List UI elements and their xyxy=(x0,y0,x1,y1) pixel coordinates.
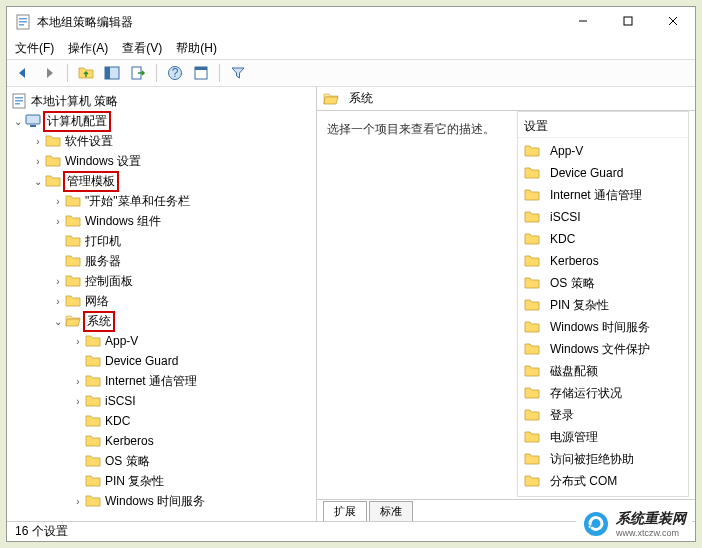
list-item[interactable]: PIN 复杂性 xyxy=(518,294,688,316)
watermark-url: www.xtczw.com xyxy=(616,528,686,538)
tree-label: 管理模板 xyxy=(63,171,119,192)
tree-label: Windows 组件 xyxy=(85,213,161,230)
minimize-button[interactable] xyxy=(560,7,605,35)
folder-icon xyxy=(85,493,101,509)
tree-admin-templates[interactable]: ⌄ 管理模板 xyxy=(7,171,316,191)
export-button[interactable] xyxy=(128,63,148,83)
folder-open-icon xyxy=(65,313,81,329)
expand-icon[interactable]: › xyxy=(71,336,85,347)
help-button[interactable]: ? xyxy=(165,63,185,83)
folder-icon xyxy=(65,253,81,269)
tree-label: App-V xyxy=(105,334,138,348)
list-item[interactable]: 存储运行状况 xyxy=(518,382,688,404)
tree-start-taskbar[interactable]: ›"开始"菜单和任务栏 xyxy=(7,191,316,211)
list-item[interactable]: Windows 时间服务 xyxy=(518,316,688,338)
tree-pin-complexity[interactable]: ›PIN 复杂性 xyxy=(7,471,316,491)
tree-root[interactable]: 本地计算机 策略 xyxy=(7,91,316,111)
menu-view[interactable]: 查看(V) xyxy=(122,40,162,57)
list-item[interactable]: 分布式 COM xyxy=(518,470,688,492)
arrow-right-icon xyxy=(41,65,57,81)
expand-icon[interactable]: ⌄ xyxy=(11,116,25,127)
list-item[interactable]: KDC xyxy=(518,228,688,250)
show-hide-tree-button[interactable] xyxy=(102,63,122,83)
list-item[interactable]: 磁盘配额 xyxy=(518,360,688,382)
expand-icon[interactable]: › xyxy=(51,216,65,227)
status-count: 16 个设置 xyxy=(15,523,68,540)
filter-button[interactable] xyxy=(228,63,248,83)
column-header-settings[interactable]: 设置 xyxy=(518,116,688,138)
tree-device-guard[interactable]: ›Device Guard xyxy=(7,351,316,371)
folder-icon xyxy=(524,319,540,335)
list-item[interactable]: App-V xyxy=(518,140,688,162)
right-header: 系统 xyxy=(317,87,695,111)
tree-label: OS 策略 xyxy=(105,453,150,470)
list-item[interactable]: Internet 通信管理 xyxy=(518,184,688,206)
svg-rect-6 xyxy=(624,17,632,25)
tree-pane[interactable]: 本地计算机 策略 ⌄ 计算机配置 › 软件设置 › Windows 设置 ⌄ 管… xyxy=(7,87,317,521)
tree-windows-settings[interactable]: › Windows 设置 xyxy=(7,151,316,171)
menu-help[interactable]: 帮助(H) xyxy=(176,40,217,57)
toolbar-separator xyxy=(156,64,157,82)
menu-file[interactable]: 文件(F) xyxy=(15,40,54,57)
settings-list[interactable]: 设置 App-V Device Guard Internet 通信管理 iSCS… xyxy=(517,111,689,497)
expand-icon[interactable]: ⌄ xyxy=(51,316,65,327)
folder-icon xyxy=(85,373,101,389)
tree-appv[interactable]: ›App-V xyxy=(7,331,316,351)
tree-kdc[interactable]: ›KDC xyxy=(7,411,316,431)
expand-icon[interactable]: ⌄ xyxy=(31,176,45,187)
expand-icon[interactable]: › xyxy=(71,396,85,407)
folder-icon xyxy=(524,165,540,181)
export-icon xyxy=(130,65,146,81)
expand-icon[interactable]: › xyxy=(71,496,85,507)
tree-windows-components[interactable]: ›Windows 组件 xyxy=(7,211,316,231)
list-item[interactable]: Kerberos xyxy=(518,250,688,272)
list-item[interactable]: 访问被拒绝协助 xyxy=(518,448,688,470)
tree-computer-config[interactable]: ⌄ 计算机配置 xyxy=(7,111,316,131)
tree-kerberos[interactable]: ›Kerberos xyxy=(7,431,316,451)
tree-system[interactable]: ⌄ 系统 xyxy=(7,311,316,331)
svg-rect-8 xyxy=(105,67,110,79)
folder-icon xyxy=(524,187,540,203)
list-item[interactable]: 登录 xyxy=(518,404,688,426)
tree-windows-time[interactable]: ›Windows 时间服务 xyxy=(7,491,316,511)
tab-standard[interactable]: 标准 xyxy=(369,501,413,521)
menu-action[interactable]: 操作(A) xyxy=(68,40,108,57)
up-button[interactable] xyxy=(76,63,96,83)
list-item[interactable]: Device Guard xyxy=(518,162,688,184)
tree-internet-comm[interactable]: ›Internet 通信管理 xyxy=(7,371,316,391)
tree-software-settings[interactable]: › 软件设置 xyxy=(7,131,316,151)
tree-network[interactable]: ›网络 xyxy=(7,291,316,311)
list-item[interactable]: Windows 文件保护 xyxy=(518,338,688,360)
back-button[interactable] xyxy=(13,63,33,83)
tree-control-panel[interactable]: ›控制面板 xyxy=(7,271,316,291)
expand-icon[interactable]: › xyxy=(31,156,45,167)
tree-os-policy[interactable]: ›OS 策略 xyxy=(7,451,316,471)
tree-iscsi[interactable]: ›iSCSI xyxy=(7,391,316,411)
window-buttons xyxy=(560,7,695,37)
tree-label: 本地计算机 策略 xyxy=(31,93,118,110)
tree-servers[interactable]: ›服务器 xyxy=(7,251,316,271)
svg-text:?: ? xyxy=(172,66,179,80)
expand-icon[interactable]: › xyxy=(51,276,65,287)
watermark-icon xyxy=(582,510,610,538)
folder-icon xyxy=(524,253,540,269)
expand-icon[interactable]: › xyxy=(31,136,45,147)
maximize-button[interactable] xyxy=(605,7,650,35)
expand-icon[interactable]: › xyxy=(51,296,65,307)
tab-extended[interactable]: 扩展 xyxy=(323,501,367,521)
list-item[interactable]: OS 策略 xyxy=(518,272,688,294)
list-item[interactable]: 电源管理 xyxy=(518,426,688,448)
expand-icon[interactable]: › xyxy=(71,376,85,387)
forward-button[interactable] xyxy=(39,63,59,83)
list-item[interactable]: iSCSI xyxy=(518,206,688,228)
folder-icon xyxy=(524,407,540,423)
tree-label: Device Guard xyxy=(105,354,178,368)
folder-icon xyxy=(85,393,101,409)
expand-icon[interactable]: › xyxy=(51,196,65,207)
tree-printers[interactable]: ›打印机 xyxy=(7,231,316,251)
properties-button[interactable] xyxy=(191,63,211,83)
window-title: 本地组策略编辑器 xyxy=(37,14,560,31)
funnel-icon xyxy=(230,65,246,81)
folder-icon xyxy=(524,275,540,291)
close-button[interactable] xyxy=(650,7,695,35)
